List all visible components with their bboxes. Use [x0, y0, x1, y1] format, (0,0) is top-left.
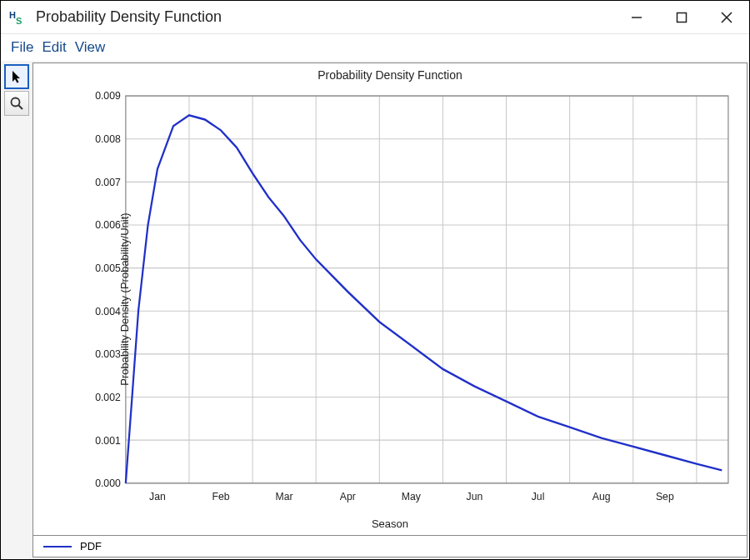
legend: PDF [33, 535, 747, 557]
chart-title: Probability Density Function [33, 63, 747, 83]
y-axis-label: Probability Density (Probability/Unit) [118, 212, 131, 385]
svg-rect-27 [126, 96, 728, 483]
zoom-tool-button[interactable] [4, 91, 29, 116]
svg-text:0.001: 0.001 [95, 433, 121, 447]
menu-edit[interactable]: Edit [38, 38, 69, 58]
svg-text:S: S [16, 16, 22, 26]
svg-text:0.002: 0.002 [95, 390, 121, 403]
window-title: Probability Density Function [36, 8, 618, 26]
chart-panel: Probability Density Function Probability… [32, 62, 748, 558]
vertical-toolbar [2, 62, 31, 558]
pointer-tool-button[interactable] [4, 64, 29, 89]
menu-file[interactable]: File [8, 38, 37, 58]
svg-text:Apr: Apr [340, 489, 357, 502]
x-axis-label: Season [33, 516, 747, 535]
content-area: Probability Density Function Probability… [1, 61, 749, 559]
app-icon: H S [9, 8, 28, 27]
chart-svg: 0.0000.0010.0020.0030.0040.0050.0060.007… [87, 87, 732, 511]
titlebar: H S Probability Density Function [1, 1, 749, 34]
svg-text:Feb: Feb [212, 489, 229, 502]
svg-text:0.009: 0.009 [95, 89, 121, 102]
svg-text:0.008: 0.008 [95, 132, 121, 146]
svg-text:0.000: 0.000 [95, 477, 121, 490]
svg-text:0.005: 0.005 [95, 262, 121, 275]
minimize-button[interactable] [618, 4, 656, 31]
window-controls [618, 4, 746, 31]
svg-text:Jan: Jan [149, 489, 166, 502]
svg-text:Aug: Aug [592, 489, 611, 502]
svg-text:Jun: Jun [467, 489, 483, 502]
svg-point-6 [12, 98, 20, 107]
menu-view[interactable]: View [72, 38, 109, 58]
close-button[interactable] [708, 4, 746, 31]
svg-text:Mar: Mar [276, 489, 294, 502]
svg-text:0.003: 0.003 [95, 348, 121, 361]
svg-text:Sep: Sep [656, 489, 674, 502]
svg-text:H: H [9, 10, 16, 20]
legend-swatch [43, 546, 72, 548]
svg-rect-3 [678, 12, 687, 22]
maximize-button[interactable] [662, 4, 701, 31]
svg-text:0.004: 0.004 [95, 304, 121, 318]
magnifier-icon [9, 96, 24, 111]
menubar: File Edit View [1, 34, 749, 61]
svg-text:Jul: Jul [532, 489, 545, 502]
svg-text:May: May [402, 489, 422, 502]
svg-text:0.006: 0.006 [95, 218, 121, 232]
svg-line-7 [18, 105, 22, 109]
pointer-icon [9, 69, 24, 84]
legend-label: PDF [80, 540, 102, 552]
plot-area[interactable]: Probability Density (Probability/Unit) 0… [87, 87, 732, 511]
svg-text:0.007: 0.007 [95, 175, 121, 188]
